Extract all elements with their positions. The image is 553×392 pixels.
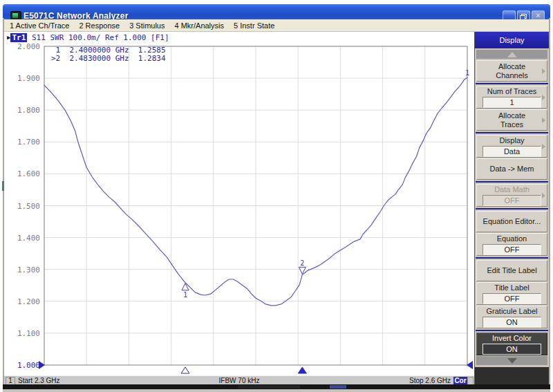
plot-svg: 2.0001.9001.8001.7001.6001.5001.4001.300… bbox=[4, 32, 474, 375]
softkey-scroll-up[interactable] bbox=[476, 50, 547, 59]
y-axis-label: 1.100 bbox=[17, 329, 40, 338]
marker-2-number: 2 bbox=[300, 259, 304, 267]
softkey-num-of-traces[interactable]: Num of Traces1 bbox=[476, 86, 547, 109]
softkey-group-separator bbox=[476, 83, 548, 84]
softkey-graticule-label[interactable]: Graticule LabelON bbox=[476, 306, 547, 328]
softkey-label: Invert Color bbox=[492, 334, 532, 343]
trace-number-label: 1 bbox=[465, 69, 469, 77]
softkey-value: ON bbox=[482, 317, 541, 328]
softkey-label: Title Label bbox=[494, 283, 529, 292]
submenu-arrow-icon bbox=[542, 118, 545, 123]
marker-1-number: 1 bbox=[183, 291, 187, 299]
marker-1-triangle-icon bbox=[182, 283, 189, 290]
submenu-arrow-icon bbox=[542, 68, 545, 74]
softkey-label: Data Math bbox=[494, 185, 529, 194]
softkey-value: Data bbox=[482, 146, 541, 157]
y-axis-label: 1.000 bbox=[17, 361, 40, 370]
marker-readout: 1 2.4000000 GHz 1.2585>2 2.4830000 GHz 1… bbox=[51, 46, 166, 63]
y-axis-label: 2.000 bbox=[17, 42, 40, 51]
softkey-label: Channels bbox=[496, 71, 527, 80]
y-axis-label: 1.900 bbox=[17, 74, 40, 83]
softkey-label: Allocate bbox=[498, 62, 525, 71]
y-axis-label: 1.800 bbox=[17, 106, 40, 115]
stimulus-marker-1-icon bbox=[181, 367, 189, 373]
softkey-label: Equation bbox=[497, 234, 527, 243]
softkey-allocate-traces[interactable]: AllocateTraces bbox=[476, 109, 547, 131]
softkey-list: AllocateChannelsNum of Traces1AllocateTr… bbox=[475, 60, 549, 356]
trace-label-badge: Tr1 bbox=[10, 33, 27, 42]
menu-bar: 1 Active Ch/Trace2 Response3 Stimulus4 M… bbox=[3, 19, 550, 32]
menu-item[interactable]: 5 Instr State bbox=[229, 21, 279, 30]
correction-badge: Cor bbox=[453, 377, 467, 384]
y-axis-label: 1.300 bbox=[17, 265, 40, 274]
softkey-data-math: Data MathOFF bbox=[476, 184, 547, 207]
softkey-equation[interactable]: EquationOFF bbox=[476, 233, 547, 256]
softkey-data-to-mem[interactable]: Data -> Mem bbox=[476, 158, 547, 180]
stimulus-marker-2-icon bbox=[298, 367, 306, 373]
taskbar-segment bbox=[238, 385, 300, 389]
taskbar-strip bbox=[3, 384, 550, 389]
ifbw-label: IFBW 70 kHz bbox=[4, 377, 474, 384]
stop-frequency-label: Stop 2.6 GHz bbox=[409, 377, 451, 384]
softkey-edit-title-label[interactable]: Edit Title Label bbox=[476, 260, 547, 281]
trace-status-bar[interactable]: ▶Tr1 S11 SWR 100.0m/ Ref 1.000 [F1] bbox=[7, 33, 169, 42]
taskbar-segment-active bbox=[330, 385, 346, 389]
softkey-label: Allocate bbox=[498, 111, 525, 120]
softkey-group-separator bbox=[476, 257, 548, 259]
y-axis-label: 1.400 bbox=[17, 234, 40, 243]
softkey-label: Edit Title Label bbox=[487, 266, 536, 275]
chevron-down-icon bbox=[507, 358, 517, 364]
bottom-strip bbox=[3, 389, 550, 392]
y-axis-label: 1.500 bbox=[17, 202, 40, 211]
submenu-arrow-icon bbox=[542, 144, 545, 149]
y-axis-label: 1.600 bbox=[17, 169, 40, 178]
softkey-value: OFF bbox=[482, 244, 541, 255]
softkey-label: Traces bbox=[500, 120, 523, 129]
trace-format-text: S11 SWR 100.0m/ Ref 1.000 [F1] bbox=[27, 33, 169, 42]
menu-item[interactable]: 3 Stimulus bbox=[124, 21, 169, 30]
softkey-value: OFF bbox=[482, 195, 541, 206]
softkey-allocate-channels[interactable]: AllocateChannels bbox=[476, 60, 547, 82]
softkey-label: Data -> Mem bbox=[490, 165, 534, 174]
softkey-value: ON bbox=[482, 344, 541, 355]
status-bar: 1 Start 2.3 GHz IFBW 70 kHz Stop 2.6 GHz… bbox=[4, 375, 474, 385]
sidebar-filler bbox=[475, 367, 549, 384]
softkey-group-separator bbox=[476, 181, 548, 183]
submenu-arrow-icon bbox=[542, 95, 545, 100]
softkey-label: Display bbox=[499, 136, 524, 145]
softkey-label: Graticule Label bbox=[487, 307, 538, 316]
chevron-up-icon bbox=[507, 52, 517, 57]
softkey-menu-title: Display bbox=[475, 32, 549, 48]
marker-readout-row: >2 2.4830000 GHz 1.2834 bbox=[51, 55, 166, 63]
softkey-label: Num of Traces bbox=[487, 87, 537, 96]
menu-item[interactable]: 4 Mkr/Analysis bbox=[169, 21, 229, 30]
softkey-title-label[interactable]: Title LabelOFF bbox=[476, 282, 547, 305]
softkey-label: Equation Editor... bbox=[483, 217, 541, 226]
window-frame-right bbox=[549, 18, 550, 384]
softkey-display-data[interactable]: DisplayData bbox=[476, 135, 547, 158]
softkey-sidebar: Display AllocateChannelsNum of Traces1Al… bbox=[474, 32, 549, 384]
y-axis-label: 1.700 bbox=[17, 138, 40, 147]
menu-item[interactable]: 1 Active Ch/Trace bbox=[5, 21, 74, 30]
y-axis-label: 1.200 bbox=[17, 297, 40, 306]
softkey-group-separator bbox=[476, 208, 548, 209]
menu-item[interactable]: 2 Response bbox=[74, 21, 124, 30]
title-bar[interactable]: E5071C Network Analyzer _ × bbox=[3, 4, 550, 19]
softkey-group-separator bbox=[476, 132, 548, 133]
softkey-invert-color[interactable]: Invert ColorON bbox=[476, 333, 547, 355]
submenu-arrow-icon bbox=[542, 193, 545, 198]
softkey-group-separator bbox=[476, 330, 548, 331]
softkey-value: 1 bbox=[482, 97, 541, 108]
softkey-scroll-down[interactable] bbox=[476, 356, 547, 365]
softkey-equation-editor[interactable]: Equation Editor... bbox=[476, 211, 547, 232]
e5071c-application-window: E5071C Network Analyzer _ × 1 Active Ch/… bbox=[0, 0, 553, 392]
softkey-value: OFF bbox=[482, 293, 541, 304]
